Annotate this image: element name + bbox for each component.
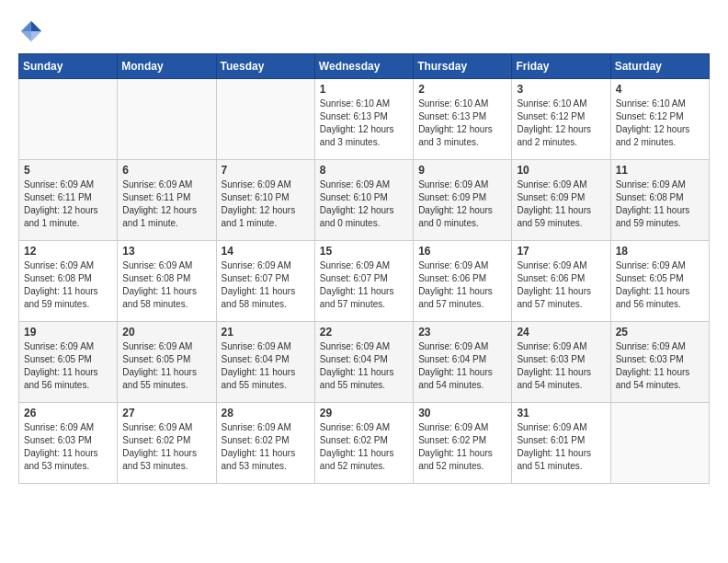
calendar-cell: 22Sunrise: 6:09 AM Sunset: 6:04 PM Dayli…: [314, 322, 413, 403]
svg-marker-3: [31, 31, 41, 41]
calendar-cell: 2Sunrise: 6:10 AM Sunset: 6:13 PM Daylig…: [414, 79, 512, 160]
day-info: Sunrise: 6:10 AM Sunset: 6:13 PM Dayligh…: [320, 98, 408, 149]
calendar-cell: 12Sunrise: 6:09 AM Sunset: 6:08 PM Dayli…: [19, 241, 118, 322]
day-info: Sunrise: 6:09 AM Sunset: 6:01 PM Dayligh…: [517, 421, 605, 473]
day-number: 14: [222, 245, 310, 258]
day-number: 7: [222, 164, 310, 177]
calendar-cell: 28Sunrise: 6:09 AM Sunset: 6:02 PM Dayli…: [216, 403, 314, 484]
svg-marker-0: [31, 21, 41, 31]
calendar-cell: 16Sunrise: 6:09 AM Sunset: 6:06 PM Dayli…: [414, 241, 512, 322]
day-of-week-sunday: Sunday: [19, 54, 118, 79]
day-number: 9: [418, 164, 506, 177]
day-info: Sunrise: 6:09 AM Sunset: 6:03 PM Dayligh…: [24, 421, 112, 473]
calendar-cell: 23Sunrise: 6:09 AM Sunset: 6:04 PM Dayli…: [414, 322, 512, 403]
day-number: 2: [418, 83, 506, 96]
calendar-cell: 24Sunrise: 6:09 AM Sunset: 6:03 PM Dayli…: [512, 322, 610, 403]
calendar-cell: 31Sunrise: 6:09 AM Sunset: 6:01 PM Dayli…: [512, 403, 610, 484]
day-number: 4: [616, 83, 704, 96]
day-of-week-tuesday: Tuesday: [216, 54, 314, 79]
day-number: 29: [320, 407, 408, 419]
day-info: Sunrise: 6:09 AM Sunset: 6:02 PM Dayligh…: [222, 421, 310, 473]
svg-marker-1: [21, 21, 31, 31]
day-info: Sunrise: 6:09 AM Sunset: 6:05 PM Dayligh…: [122, 340, 210, 392]
day-number: 18: [616, 245, 704, 258]
day-info: Sunrise: 6:09 AM Sunset: 6:09 PM Dayligh…: [517, 178, 605, 230]
day-number: 24: [517, 326, 605, 339]
day-number: 11: [616, 164, 704, 177]
day-info: Sunrise: 6:09 AM Sunset: 6:02 PM Dayligh…: [122, 421, 210, 473]
svg-marker-2: [21, 31, 31, 41]
day-info: Sunrise: 6:09 AM Sunset: 6:02 PM Dayligh…: [320, 421, 408, 473]
day-info: Sunrise: 6:10 AM Sunset: 6:12 PM Dayligh…: [616, 98, 704, 149]
calendar-cell: 11Sunrise: 6:09 AM Sunset: 6:08 PM Dayli…: [610, 160, 709, 241]
day-info: Sunrise: 6:09 AM Sunset: 6:11 PM Dayligh…: [24, 178, 112, 230]
day-number: 25: [616, 326, 704, 339]
calendar-cell: 26Sunrise: 6:09 AM Sunset: 6:03 PM Dayli…: [19, 403, 118, 484]
calendar-cell: 7Sunrise: 6:09 AM Sunset: 6:10 PM Daylig…: [216, 160, 314, 241]
logo: [18, 18, 48, 44]
day-of-week-wednesday: Wednesday: [314, 54, 413, 79]
day-number: 26: [24, 407, 112, 419]
day-info: Sunrise: 6:09 AM Sunset: 6:05 PM Dayligh…: [616, 259, 704, 311]
day-number: 30: [418, 407, 506, 419]
day-number: 19: [24, 326, 112, 339]
day-number: 5: [24, 164, 112, 177]
day-info: Sunrise: 6:09 AM Sunset: 6:07 PM Dayligh…: [320, 259, 408, 311]
calendar-cell: 8Sunrise: 6:09 AM Sunset: 6:10 PM Daylig…: [314, 160, 413, 241]
day-info: Sunrise: 6:09 AM Sunset: 6:06 PM Dayligh…: [418, 259, 506, 311]
day-info: Sunrise: 6:09 AM Sunset: 6:08 PM Dayligh…: [24, 259, 112, 311]
day-info: Sunrise: 6:09 AM Sunset: 6:09 PM Dayligh…: [418, 178, 506, 230]
day-number: 6: [122, 164, 210, 177]
day-number: 3: [517, 83, 605, 96]
calendar-cell: 17Sunrise: 6:09 AM Sunset: 6:06 PM Dayli…: [512, 241, 610, 322]
day-of-week-friday: Friday: [512, 54, 610, 79]
calendar-week-5: 26Sunrise: 6:09 AM Sunset: 6:03 PM Dayli…: [19, 403, 710, 484]
day-info: Sunrise: 6:09 AM Sunset: 6:03 PM Dayligh…: [616, 340, 704, 392]
calendar-cell: [118, 79, 216, 160]
day-info: Sunrise: 6:09 AM Sunset: 6:10 PM Dayligh…: [320, 178, 408, 230]
day-of-week-thursday: Thursday: [414, 54, 512, 79]
day-number: 31: [517, 407, 605, 419]
calendar-cell: [610, 403, 709, 484]
calendar-table: SundayMondayTuesdayWednesdayThursdayFrid…: [18, 53, 710, 484]
day-info: Sunrise: 6:09 AM Sunset: 6:03 PM Dayligh…: [517, 340, 605, 392]
calendar-cell: 29Sunrise: 6:09 AM Sunset: 6:02 PM Dayli…: [314, 403, 413, 484]
day-info: Sunrise: 6:10 AM Sunset: 6:13 PM Dayligh…: [418, 98, 506, 149]
day-of-week-monday: Monday: [118, 54, 216, 79]
calendar-cell: [19, 79, 118, 160]
day-info: Sunrise: 6:09 AM Sunset: 6:04 PM Dayligh…: [222, 340, 310, 392]
day-number: 12: [24, 245, 112, 258]
day-of-week-saturday: Saturday: [610, 54, 709, 79]
page-header: [18, 18, 710, 44]
calendar-cell: 30Sunrise: 6:09 AM Sunset: 6:02 PM Dayli…: [414, 403, 512, 484]
day-info: Sunrise: 6:09 AM Sunset: 6:11 PM Dayligh…: [122, 178, 210, 230]
day-number: 20: [122, 326, 210, 339]
calendar-cell: 1Sunrise: 6:10 AM Sunset: 6:13 PM Daylig…: [314, 79, 413, 160]
day-number: 28: [222, 407, 310, 419]
calendar-week-1: 1Sunrise: 6:10 AM Sunset: 6:13 PM Daylig…: [19, 79, 710, 160]
day-info: Sunrise: 6:09 AM Sunset: 6:04 PM Dayligh…: [418, 340, 506, 392]
calendar-week-2: 5Sunrise: 6:09 AM Sunset: 6:11 PM Daylig…: [19, 160, 710, 241]
calendar-cell: 9Sunrise: 6:09 AM Sunset: 6:09 PM Daylig…: [414, 160, 512, 241]
calendar-cell: 6Sunrise: 6:09 AM Sunset: 6:11 PM Daylig…: [118, 160, 216, 241]
day-number: 1: [320, 83, 408, 96]
calendar-cell: 19Sunrise: 6:09 AM Sunset: 6:05 PM Dayli…: [19, 322, 118, 403]
calendar-cell: [216, 79, 314, 160]
calendar-cell: 27Sunrise: 6:09 AM Sunset: 6:02 PM Dayli…: [118, 403, 216, 484]
day-number: 8: [320, 164, 408, 177]
day-number: 21: [222, 326, 310, 339]
day-info: Sunrise: 6:09 AM Sunset: 6:04 PM Dayligh…: [320, 340, 408, 392]
calendar-cell: 25Sunrise: 6:09 AM Sunset: 6:03 PM Dayli…: [610, 322, 709, 403]
day-info: Sunrise: 6:10 AM Sunset: 6:12 PM Dayligh…: [517, 98, 605, 149]
day-info: Sunrise: 6:09 AM Sunset: 6:05 PM Dayligh…: [24, 340, 112, 392]
day-info: Sunrise: 6:09 AM Sunset: 6:08 PM Dayligh…: [122, 259, 210, 311]
calendar-cell: 13Sunrise: 6:09 AM Sunset: 6:08 PM Dayli…: [118, 241, 216, 322]
day-number: 16: [418, 245, 506, 258]
calendar-week-4: 19Sunrise: 6:09 AM Sunset: 6:05 PM Dayli…: [19, 322, 710, 403]
calendar-header: SundayMondayTuesdayWednesdayThursdayFrid…: [19, 54, 710, 79]
calendar-body: 1Sunrise: 6:10 AM Sunset: 6:13 PM Daylig…: [19, 79, 710, 484]
day-number: 27: [122, 407, 210, 419]
calendar-cell: 15Sunrise: 6:09 AM Sunset: 6:07 PM Dayli…: [314, 241, 413, 322]
calendar-cell: 3Sunrise: 6:10 AM Sunset: 6:12 PM Daylig…: [512, 79, 610, 160]
calendar-cell: 4Sunrise: 6:10 AM Sunset: 6:12 PM Daylig…: [610, 79, 709, 160]
